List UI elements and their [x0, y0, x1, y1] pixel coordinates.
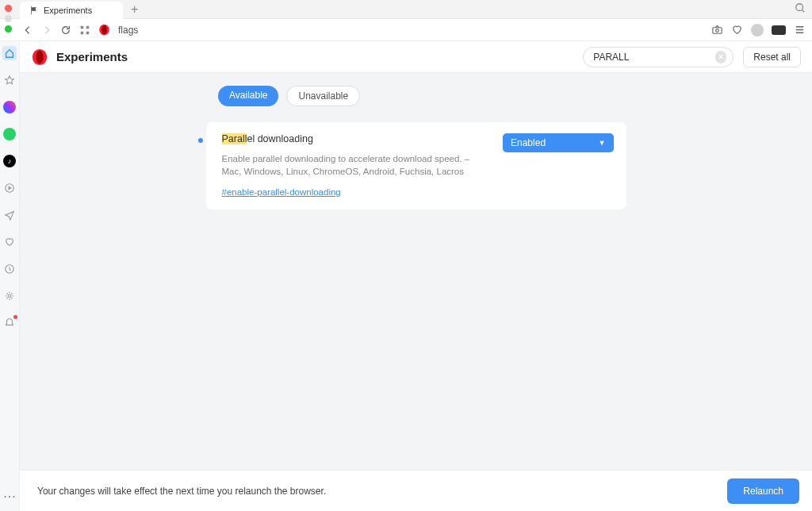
page-title: Experiments [56, 50, 128, 63]
forward-icon[interactable] [41, 25, 52, 36]
url-display[interactable]: flags [118, 25, 138, 36]
svg-point-8 [716, 29, 719, 33]
svg-rect-4 [86, 31, 90, 34]
opera-logo-icon [31, 48, 48, 66]
flag-icon [29, 6, 39, 15]
sidebar-item-settings[interactable] [2, 289, 17, 303]
search-flags-box[interactable]: ✕ [583, 47, 733, 67]
tab-unavailable[interactable]: Unavailable [286, 86, 360, 106]
svg-point-6 [102, 25, 106, 34]
tab-experiments[interactable]: Experiments [20, 2, 123, 19]
reset-all-button[interactable]: Reset all [743, 47, 801, 67]
sidebar-item-whatsapp[interactable] [2, 127, 17, 141]
page-header: Experiments ✕ Reset all [20, 41, 812, 73]
svg-rect-1 [81, 25, 84, 29]
search-tabs-icon[interactable] [795, 2, 806, 17]
flag-state-dropdown[interactable]: Enabled ▼ [503, 133, 613, 152]
flag-anchor-link[interactable]: #enable-parallel-downloading [222, 187, 341, 197]
flag-description: Enable parallel downloading to accelerat… [222, 152, 491, 178]
clear-search-icon[interactable]: ✕ [715, 51, 727, 63]
sidebar-item-tiktok[interactable]: ♪ [2, 154, 17, 168]
sidebar: ♪ ⋯ [0, 41, 20, 511]
back-icon[interactable] [22, 25, 33, 36]
relaunch-button[interactable]: Relaunch [727, 478, 799, 504]
relaunch-footer: Your changes will take effect the next t… [20, 470, 812, 511]
svg-rect-7 [713, 28, 722, 34]
sidebar-more-icon[interactable]: ⋯ [2, 489, 17, 503]
maximize-window-dot[interactable] [5, 25, 12, 33]
sidebar-item-bookmarks[interactable] [2, 73, 17, 87]
filter-tabs: Available Unavailable [20, 73, 812, 114]
svg-point-0 [796, 3, 803, 10]
chevron-down-icon: ▼ [599, 139, 606, 147]
svg-point-13 [36, 50, 43, 63]
minimize-window-dot[interactable] [5, 15, 12, 22]
tab-strip: Experiments + [0, 0, 812, 19]
svg-point-11 [8, 294, 11, 298]
profile-avatar-icon[interactable] [751, 24, 764, 36]
menu-icon[interactable] [794, 24, 806, 36]
flag-title: Parallel downloading [222, 133, 491, 144]
reload-icon[interactable] [60, 25, 71, 36]
close-window-dot[interactable] [5, 5, 12, 12]
vpn-badge-icon[interactable] [772, 25, 786, 35]
svg-rect-2 [86, 25, 90, 29]
footer-message: Your changes will take effect the next t… [37, 486, 326, 497]
sidebar-item-player[interactable] [2, 181, 17, 195]
tab-title: Experiments [44, 6, 92, 15]
camera-icon[interactable] [711, 24, 723, 36]
sidebar-item-messenger[interactable] [2, 100, 17, 114]
sidebar-item-send[interactable] [2, 208, 17, 222]
tab-available[interactable]: Available [218, 86, 278, 106]
new-tab-button[interactable]: + [131, 2, 138, 17]
content-area: Experiments ✕ Reset all Available Unavai… [20, 41, 812, 511]
sidebar-item-home[interactable] [2, 46, 17, 60]
sidebar-item-notifications[interactable] [2, 316, 17, 330]
modified-indicator-icon [198, 138, 203, 143]
window-traffic-lights [5, 2, 12, 33]
sidebar-item-history[interactable] [2, 262, 17, 276]
heart-icon[interactable] [731, 24, 743, 36]
opera-logo-icon [98, 24, 110, 36]
sidebar-item-pinboards[interactable] [2, 235, 17, 249]
svg-rect-3 [81, 31, 84, 34]
flag-card: Parallel downloading Enable parallel dow… [206, 122, 626, 209]
search-input[interactable] [593, 52, 714, 63]
toolbar: flags [0, 19, 812, 41]
apps-icon[interactable] [79, 25, 90, 36]
dropdown-value: Enabled [511, 137, 546, 148]
